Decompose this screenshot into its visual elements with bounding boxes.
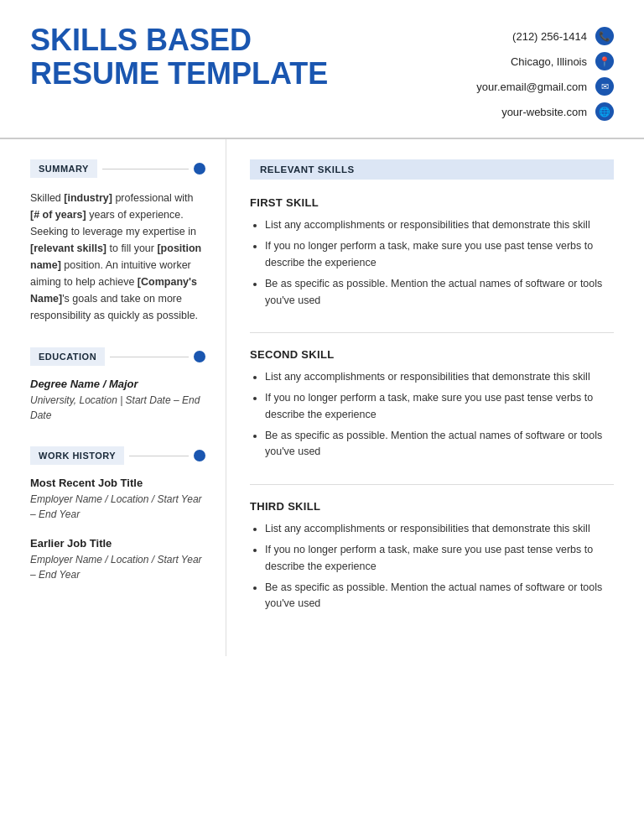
summary-dot xyxy=(194,163,205,175)
education-section: EDUCATION Degree Name / Major University… xyxy=(30,347,205,423)
main-content: SUMMARY Skilled [industry] professional … xyxy=(0,139,644,656)
education-label: EDUCATION xyxy=(30,347,105,366)
email-icon: ✉ xyxy=(595,77,614,96)
location-row: Chicago, Illinois 📍 xyxy=(511,52,614,70)
email-row: your.email@gmail.com ✉ xyxy=(476,77,614,96)
skill-1-bullet-1: List any accomplishments or responsibili… xyxy=(265,217,614,233)
industry-placeholder: [industry] xyxy=(64,192,112,204)
skill-2-bullet-2: If you no longer perform a task, make su… xyxy=(265,390,614,423)
job-2-title: Earlier Job Title xyxy=(30,537,205,550)
education-line xyxy=(110,357,189,357)
skills-placeholder: [relevant skills] xyxy=(30,242,106,254)
contact-info: (212) 256-1414 📞 Chicago, Illinois 📍 you… xyxy=(476,23,614,121)
skill-1-list: List any accomplishments or responsibili… xyxy=(250,217,614,309)
phone-text: (212) 256-1414 xyxy=(512,30,587,43)
phone-row: (212) 256-1414 📞 xyxy=(512,27,614,45)
left-column: SUMMARY Skilled [industry] professional … xyxy=(0,139,226,656)
resume-title: SKILLS BASED RESUME TEMPLATE xyxy=(30,23,476,90)
skill-3-section: THIRD SKILL List any accomplishments or … xyxy=(250,500,614,612)
skill-2-list: List any accomplishments or responsibili… xyxy=(250,369,614,461)
relevant-skills-label: RELEVANT SKILLS xyxy=(250,159,614,180)
summary-text: Skilled [industry] professional with [# … xyxy=(30,190,205,324)
divider-1 xyxy=(250,332,614,333)
skill-2-title: SECOND SKILL xyxy=(250,348,614,361)
job-2-detail: Employer Name / Location / Start Year – … xyxy=(30,552,205,582)
job-1-detail: Employer Name / Location / Start Year – … xyxy=(30,492,205,522)
skill-2-bullet-3: Be as specific as possible. Mention the … xyxy=(265,428,614,461)
years-placeholder: [# of years] xyxy=(30,209,86,221)
job-1-title: Most Recent Job Title xyxy=(30,477,205,489)
summary-line xyxy=(102,169,189,169)
education-dot xyxy=(194,351,205,362)
company-placeholder: [Company's Name] xyxy=(30,276,197,305)
website-text: your-website.com xyxy=(501,106,587,118)
education-header: EDUCATION xyxy=(30,347,205,366)
location-text: Chicago, Illinois xyxy=(511,55,587,68)
skill-3-list: List any accomplishments or responsibili… xyxy=(250,521,614,612)
summary-label: SUMMARY xyxy=(30,159,97,178)
summary-section: SUMMARY Skilled [industry] professional … xyxy=(30,159,205,324)
job-2: Earlier Job Title Employer Name / Locati… xyxy=(30,537,205,582)
title-line1: SKILLS BASED RESUME TEMPLATE xyxy=(30,23,476,90)
right-column: RELEVANT SKILLS FIRST SKILL List any acc… xyxy=(226,139,644,656)
work-history-label: WORK HISTORY xyxy=(30,446,124,465)
skill-3-bullet-2: If you no longer perform a task, make su… xyxy=(265,542,614,575)
skill-1-bullet-2: If you no longer perform a task, make su… xyxy=(265,238,614,271)
skill-3-title: THIRD SKILL xyxy=(250,500,614,513)
skill-2-bullet-1: List any accomplishments or responsibili… xyxy=(265,369,614,385)
skill-3-bullet-1: List any accomplishments or responsibili… xyxy=(265,521,614,537)
degree-name: Degree Name / Major xyxy=(30,378,205,390)
skill-1-bullet-3: Be as specific as possible. Mention the … xyxy=(265,276,614,309)
skill-1-section: FIRST SKILL List any accomplishments or … xyxy=(250,196,614,309)
work-history-dot xyxy=(194,450,205,461)
work-history-header: WORK HISTORY xyxy=(30,446,205,465)
website-icon: 🌐 xyxy=(595,102,614,121)
job-1: Most Recent Job Title Employer Name / Lo… xyxy=(30,477,205,522)
skill-1-title: FIRST SKILL xyxy=(250,196,614,209)
divider-2 xyxy=(250,484,614,485)
website-row: your-website.com 🌐 xyxy=(501,102,614,121)
email-text: your.email@gmail.com xyxy=(476,81,587,93)
skill-2-section: SECOND SKILL List any accomplishments or… xyxy=(250,348,614,461)
skill-3-bullet-3: Be as specific as possible. Mention the … xyxy=(265,580,614,612)
degree-detail: University, Location | Start Date – End … xyxy=(30,393,205,423)
phone-icon: 📞 xyxy=(595,27,614,45)
header: SKILLS BASED RESUME TEMPLATE (212) 256-1… xyxy=(0,0,644,139)
summary-header: SUMMARY xyxy=(30,159,205,178)
work-history-line xyxy=(129,456,189,456)
location-icon: 📍 xyxy=(595,52,614,70)
work-history-section: WORK HISTORY Most Recent Job Title Emplo… xyxy=(30,446,205,582)
